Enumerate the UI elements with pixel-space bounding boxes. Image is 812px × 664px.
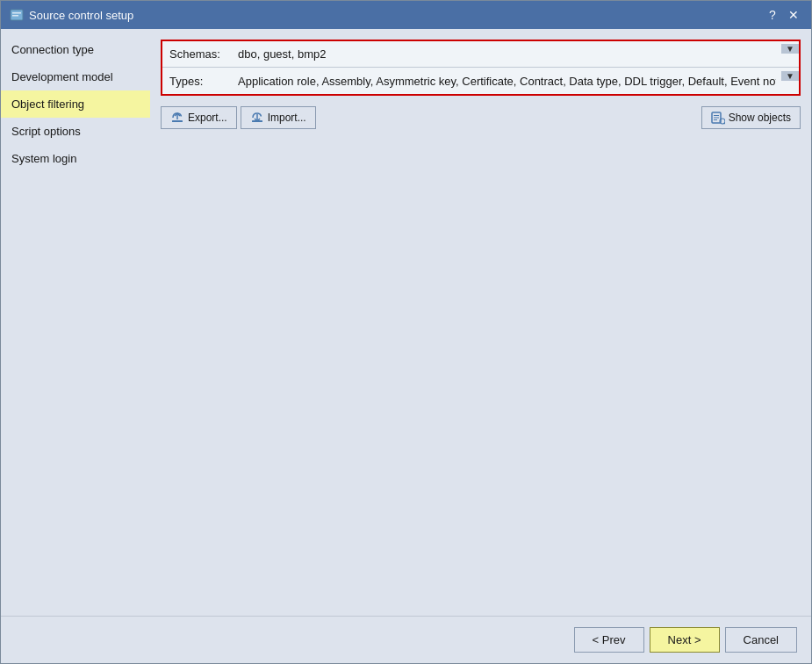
export-icon xyxy=(170,111,184,125)
footer: < Prev Next > Cancel xyxy=(1,616,811,663)
svg-rect-3 xyxy=(172,120,183,122)
title-bar: Source control setup ? ✕ xyxy=(1,1,811,29)
export-label: Export... xyxy=(188,112,227,124)
sidebar-item-development-model[interactable]: Development model xyxy=(1,63,150,90)
types-input-container: ▼ xyxy=(233,71,799,91)
sidebar-item-label: Object filtering xyxy=(11,97,84,111)
sidebar: Connection type Development model Object… xyxy=(1,29,150,616)
toolbar: Export... Import... xyxy=(161,103,801,133)
dialog-body: Connection type Development model Object… xyxy=(1,29,811,616)
svg-rect-7 xyxy=(714,118,719,119)
sidebar-item-system-login[interactable]: System login xyxy=(1,145,150,172)
schemas-input-container: ▼ xyxy=(233,44,799,64)
types-label: Types: xyxy=(162,71,233,91)
sidebar-item-label: Connection type xyxy=(11,43,94,56)
svg-rect-6 xyxy=(714,115,719,116)
schemas-dropdown-button[interactable]: ▼ xyxy=(781,44,799,54)
sidebar-item-label: System login xyxy=(11,152,76,165)
filter-panel: Schemas: ▼ Types: ▼ xyxy=(161,40,801,96)
next-button[interactable]: Next > xyxy=(650,627,720,653)
svg-rect-1 xyxy=(12,12,21,14)
toolbar-left: Export... Import... xyxy=(161,106,316,129)
sidebar-item-label: Development model xyxy=(11,70,113,83)
sidebar-item-connection-type[interactable]: Connection type xyxy=(1,36,150,63)
export-button[interactable]: Export... xyxy=(161,106,237,129)
dialog-icon xyxy=(10,8,24,22)
types-dropdown-button[interactable]: ▼ xyxy=(781,71,799,81)
schemas-input[interactable] xyxy=(233,44,781,64)
sidebar-item-script-options[interactable]: Script options xyxy=(1,118,150,145)
prev-button[interactable]: < Prev xyxy=(574,627,644,653)
import-button[interactable]: Import... xyxy=(241,106,316,129)
dialog-window: Source control setup ? ✕ Connection type… xyxy=(0,0,812,664)
title-bar-left: Source control setup xyxy=(10,8,133,22)
types-row: Types: ▼ xyxy=(162,68,799,94)
show-objects-icon xyxy=(711,111,725,125)
cancel-button[interactable]: Cancel xyxy=(725,627,797,653)
sidebar-item-label: Script options xyxy=(11,125,81,138)
import-icon xyxy=(250,111,264,125)
help-button[interactable]: ? xyxy=(764,9,781,21)
sidebar-item-object-filtering[interactable]: Object filtering xyxy=(1,90,150,118)
types-input[interactable] xyxy=(233,71,781,91)
title-bar-buttons: ? ✕ xyxy=(764,9,802,21)
svg-rect-2 xyxy=(12,15,18,17)
schemas-row: Schemas: ▼ xyxy=(162,41,799,68)
svg-rect-8 xyxy=(714,119,717,120)
close-button[interactable]: ✕ xyxy=(785,9,802,21)
schemas-label: Schemas: xyxy=(162,44,233,64)
dialog-title: Source control setup xyxy=(29,9,133,22)
show-objects-label: Show objects xyxy=(729,112,791,124)
svg-rect-4 xyxy=(252,120,262,122)
show-objects-button[interactable]: Show objects xyxy=(701,106,801,129)
import-label: Import... xyxy=(268,112,306,124)
main-area: Schemas: ▼ Types: ▼ xyxy=(150,29,811,616)
svg-line-10 xyxy=(724,123,725,124)
